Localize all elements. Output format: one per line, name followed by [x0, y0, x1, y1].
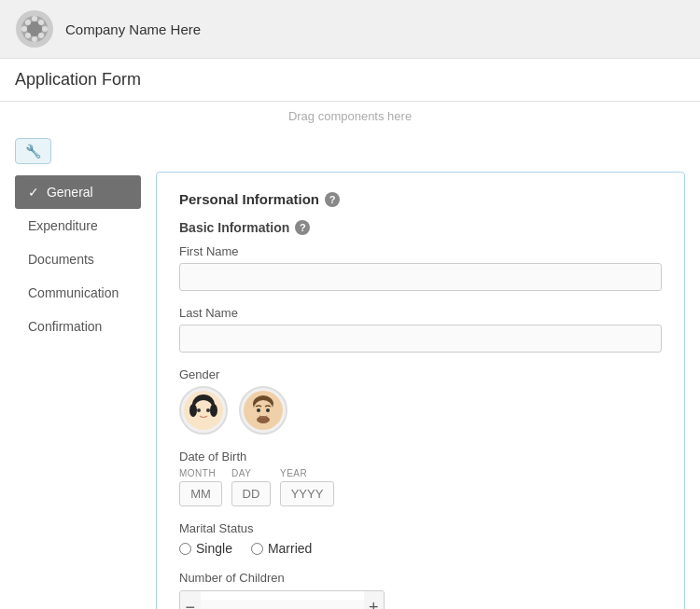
sidebar-item-general[interactable]: ✓ General — [15, 175, 141, 209]
marital-status-field-group: Marital Status Single Married — [179, 521, 662, 556]
radio-single-label: Single — [196, 541, 232, 556]
check-icon: ✓ — [28, 185, 39, 200]
first-name-field-group: First Name — [179, 244, 662, 291]
dob-year-label: YEAR — [280, 468, 334, 478]
sub-section-title: Basic Information ? — [179, 220, 662, 235]
drag-hint-area: Drag components here — [0, 102, 700, 131]
dob-row: MONTH DAY YEAR — [179, 468, 662, 506]
section-title: Personal Information ? — [179, 191, 662, 207]
svg-point-5 — [25, 33, 31, 38]
dob-day-field: DAY — [231, 468, 271, 506]
basic-info-help-icon[interactable]: ? — [295, 220, 310, 235]
sidebar-label-communication: Communication — [28, 285, 119, 300]
children-value-input[interactable] — [201, 600, 364, 609]
svg-point-7 — [32, 16, 37, 21]
gender-label: Gender — [179, 367, 662, 381]
dob-field-group: Date of Birth MONTH DAY YEAR — [179, 450, 662, 506]
dob-day-input[interactable] — [231, 481, 271, 506]
svg-point-14 — [194, 400, 213, 417]
sidebar-item-confirmation[interactable]: Confirmation — [15, 310, 141, 343]
toolbar: 🔧 — [0, 131, 700, 172]
gender-field-group: Gender — [179, 367, 662, 435]
svg-point-15 — [189, 404, 197, 417]
page-title-bar: Application Form — [0, 59, 700, 102]
female-face-svg — [183, 390, 224, 431]
svg-point-10 — [42, 26, 48, 32]
children-label: Number of Children — [179, 571, 662, 585]
sidebar: ✓ General Expenditure Documents Communic… — [15, 172, 141, 609]
first-name-input[interactable] — [179, 263, 662, 291]
wrench-icon: 🔧 — [25, 144, 41, 159]
company-name-label: Company Name Here — [65, 21, 201, 37]
dob-year-field: YEAR — [280, 468, 334, 506]
marital-radio-row: Single Married — [179, 541, 662, 556]
children-increment-button[interactable]: + — [364, 591, 385, 609]
company-logo — [15, 9, 54, 48]
svg-point-8 — [32, 36, 37, 42]
sidebar-label-general: General — [47, 185, 93, 200]
dob-month-label: MONTH — [179, 468, 222, 478]
sidebar-item-documents[interactable]: Documents — [15, 242, 141, 276]
last-name-label: Last Name — [179, 306, 662, 320]
first-name-label: First Name — [179, 244, 662, 258]
svg-point-16 — [210, 404, 217, 417]
radio-single[interactable]: Single — [179, 541, 232, 556]
radio-married-label: Married — [268, 541, 312, 556]
last-name-input[interactable] — [179, 325, 662, 353]
sub-section-title-text: Basic Information — [179, 220, 289, 235]
personal-info-help-icon[interactable]: ? — [325, 192, 340, 207]
svg-point-22 — [254, 400, 273, 417]
dob-year-input[interactable] — [280, 481, 334, 506]
app-header: Company Name Here — [0, 0, 700, 59]
svg-point-25 — [266, 408, 270, 412]
dob-month-field: MONTH — [179, 468, 222, 506]
children-stepper: − + — [179, 590, 385, 609]
radio-married-input[interactable] — [251, 543, 263, 555]
sidebar-label-documents: Documents — [28, 252, 94, 267]
dob-label: Date of Birth — [179, 450, 662, 464]
dob-day-label: DAY — [231, 468, 271, 478]
drag-hint-text: Drag components here — [288, 109, 412, 123]
svg-point-4 — [38, 20, 44, 25]
last-name-field-group: Last Name — [179, 306, 662, 353]
sidebar-label-confirmation: Confirmation — [28, 319, 102, 334]
svg-point-3 — [25, 20, 31, 25]
svg-point-18 — [206, 408, 210, 412]
main-layout: ✓ General Expenditure Documents Communic… — [0, 172, 700, 609]
children-decrement-button[interactable]: − — [180, 591, 201, 609]
male-face-svg — [243, 390, 284, 431]
radio-single-input[interactable] — [179, 543, 191, 555]
settings-button[interactable]: 🔧 — [15, 138, 51, 164]
svg-point-17 — [197, 408, 201, 412]
sidebar-label-expenditure: Expenditure — [28, 218, 98, 233]
form-area: Personal Information ? Basic Information… — [156, 172, 685, 609]
radio-married[interactable]: Married — [251, 541, 312, 556]
gender-row — [179, 386, 662, 435]
svg-point-6 — [38, 33, 44, 38]
children-field-group: Number of Children − + — [179, 571, 662, 609]
gender-male-avatar[interactable] — [239, 386, 287, 435]
marital-status-label: Marital Status — [179, 521, 662, 535]
sidebar-item-communication[interactable]: Communication — [15, 276, 141, 310]
svg-point-9 — [21, 26, 27, 32]
gender-female-avatar[interactable] — [179, 386, 228, 435]
svg-point-24 — [257, 408, 260, 412]
dob-month-input[interactable] — [179, 481, 222, 506]
sidebar-item-expenditure[interactable]: Expenditure — [15, 209, 141, 242]
section-title-text: Personal Information — [179, 191, 319, 207]
page-title: Application Form — [15, 70, 685, 90]
